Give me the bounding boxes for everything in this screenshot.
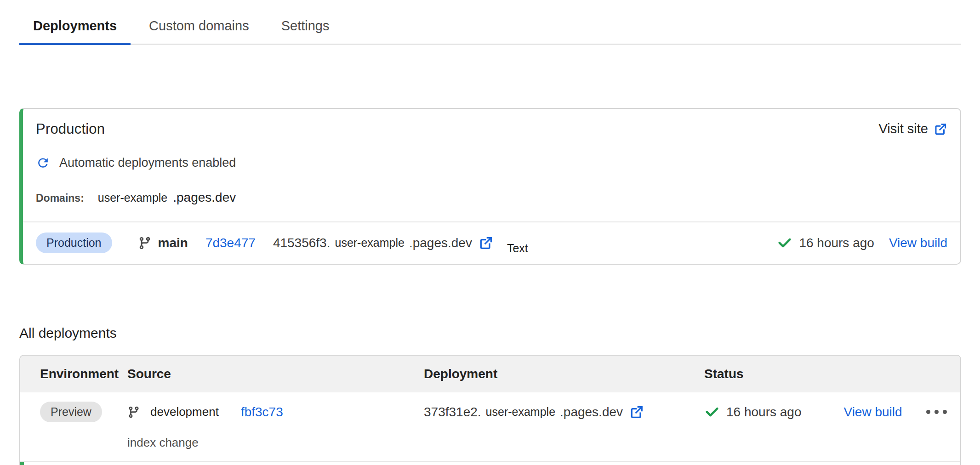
visit-site-label: Visit site — [879, 121, 928, 136]
column-header-source: Source — [127, 367, 424, 381]
external-link-icon — [934, 122, 947, 136]
pages-project-screen: Deployments Custom domains Settings Prod… — [0, 0, 980, 465]
environment-cell: Preview — [40, 402, 127, 423]
tab-bar: Deployments Custom domains Settings — [19, 10, 961, 45]
tab-settings[interactable]: Settings — [268, 10, 343, 45]
environment-badge-preview: Preview — [40, 402, 102, 422]
production-deployment-row: Production main 7d3e477 415356f3. user-e… — [23, 221, 960, 264]
table-header-row: Environment Source Deployment Status — [20, 356, 960, 392]
deployment-url-prefix: 373f31e2. — [424, 405, 481, 420]
all-deployments-title: All deployments — [19, 325, 961, 341]
domains-row: Domains: user-example .pages.dev — [23, 190, 960, 221]
git-branch-icon — [138, 236, 152, 250]
column-header-status: Status — [704, 367, 948, 381]
deployment-url-suffix: .pages.dev — [409, 236, 472, 250]
deployment-url-domain: user-example — [335, 236, 404, 250]
check-icon — [777, 235, 792, 251]
tab-custom-domains[interactable]: Custom domains — [135, 10, 263, 45]
tab-deployments[interactable]: Deployments — [19, 10, 131, 45]
more-actions-button[interactable] — [925, 407, 948, 417]
branch-name: main — [158, 236, 188, 250]
commit-message-note: Text — [507, 242, 528, 255]
deployments-table: Environment Source Deployment Status Pre… — [19, 355, 961, 465]
production-row-status: 16 hours ago View build — [777, 235, 947, 251]
deployment-time: 16 hours ago — [726, 405, 801, 420]
deployment-url-suffix: .pages.dev — [560, 405, 623, 420]
commit-message: index change — [127, 436, 199, 450]
open-deployment-link[interactable] — [479, 236, 493, 250]
domain-name: user-example — [98, 191, 167, 204]
branch-name: development — [150, 405, 219, 419]
deployment-url-prefix: 415356f3. — [273, 236, 330, 250]
column-header-deployment: Deployment — [424, 367, 704, 381]
external-link-icon — [629, 405, 644, 420]
next-row-partial — [20, 462, 960, 465]
open-deployment-link[interactable] — [629, 405, 644, 420]
git-branch-icon — [127, 406, 140, 419]
automatic-deployments-row: Automatic deployments enabled — [23, 156, 960, 170]
deployment-cell: 373f31e2. user-example .pages.dev — [424, 402, 704, 423]
status-cell: 16 hours ago View build — [704, 402, 948, 423]
external-link-icon — [479, 236, 493, 250]
domains-label: Domains: — [36, 192, 84, 204]
view-build-link[interactable]: View build — [843, 405, 902, 420]
column-header-environment: Environment — [40, 367, 127, 381]
deployment-url-domain: user-example — [486, 405, 555, 419]
view-build-link[interactable]: View build — [889, 236, 947, 250]
table-row: Preview development fbf3c73 index change — [20, 392, 960, 462]
commit-link[interactable]: 7d3e477 — [205, 236, 256, 250]
production-accent-bar — [20, 462, 24, 465]
ellipsis-icon — [926, 410, 930, 414]
deployment-time: 16 hours ago — [799, 236, 874, 250]
domain-suffix: .pages.dev — [173, 190, 236, 205]
production-card-title: Production — [36, 121, 105, 137]
refresh-icon — [36, 156, 50, 170]
commit-link[interactable]: fbf3c73 — [241, 405, 283, 420]
automatic-deployments-text: Automatic deployments enabled — [59, 156, 236, 170]
source-cell: development fbf3c73 index change — [127, 402, 424, 450]
environment-badge-production: Production — [36, 232, 112, 253]
check-icon — [704, 404, 720, 420]
production-card: Production Visit site — [19, 108, 961, 265]
visit-site-link[interactable]: Visit site — [879, 121, 947, 136]
production-card-header: Production Visit site — [23, 109, 960, 137]
